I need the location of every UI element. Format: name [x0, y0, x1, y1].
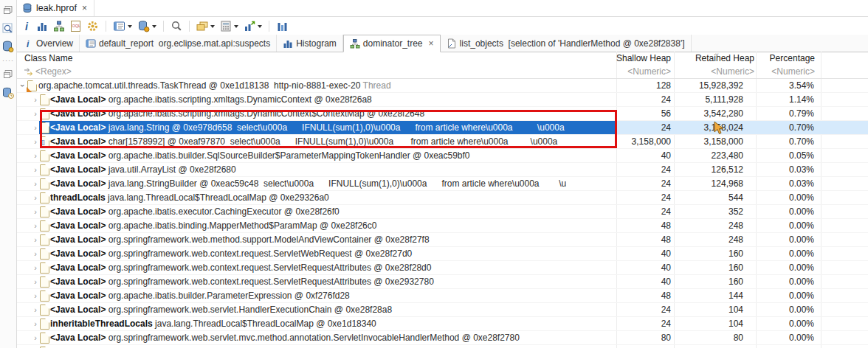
percentage-value: 1.14%: [752, 93, 814, 106]
class-name-cell: <Java Local> java.lang.StringBuilder @ 0…: [50, 177, 616, 190]
column-header-shallow-heap[interactable]: Shallow Heap: [612, 52, 671, 65]
expand-chevron-icon[interactable]: ›: [31, 345, 40, 348]
close-icon[interactable]: ×: [82, 3, 87, 13]
editor-tab-leak-hprof[interactable]: leak.hprof ×: [17, 0, 94, 16]
expand-chevron-icon[interactable]: ›: [31, 135, 40, 148]
class-name: org.apache.ibatis.scripting.xmltags.Dyna…: [106, 108, 424, 119]
table-row[interactable]: › <Java Local> org.apache.ibatis.scripti…: [17, 107, 868, 121]
toolbar-separator: [106, 21, 106, 32]
table-row[interactable]: › <Java Local> org.springframework.web.c…: [17, 261, 868, 275]
table-row[interactable]: › org.apache.tomcat.util.threads.TaskThr…: [17, 79, 868, 93]
table-row[interactable]: › <Java Local> org.springframework.web.s…: [17, 331, 868, 345]
table-row[interactable]: › <Java Local> char[1578992] @ 0xeaf9787…: [17, 135, 868, 149]
table-row[interactable]: › <Java Local> org.springframework.web.c…: [17, 247, 868, 261]
oql-icon[interactable]: OQL: [70, 19, 81, 32]
heap-icon[interactable]: [1, 40, 15, 53]
restore-window-icon[interactable]: [1, 4, 15, 18]
shallow-heap-value: 24: [618, 177, 671, 190]
tab-default-report[interactable]: default_report org.eclipse.mat.api:suspe…: [80, 35, 277, 52]
expand-chevron-icon[interactable]: ›: [31, 247, 40, 260]
export-icon[interactable]: [244, 19, 262, 32]
array-icon: [40, 136, 49, 147]
histogram-icon[interactable]: [36, 19, 48, 32]
expand-chevron-icon[interactable]: ›: [31, 191, 40, 204]
column-header-percentage[interactable]: Percentage: [754, 52, 815, 65]
chevron-down-icon[interactable]: [210, 25, 215, 30]
shallow-heap-value: 24: [618, 93, 671, 106]
shallow-heap-value: 40: [618, 247, 671, 260]
table-row[interactable]: › threadLocals java.lang.ThreadLocal$Thr…: [17, 191, 868, 205]
percentage-filter[interactable]: <Numeric>: [754, 65, 815, 78]
table-row[interactable]: › <Java Local> org.springframework.web.s…: [17, 303, 868, 317]
retained-heap-filter[interactable]: <Numeric>: [674, 65, 754, 78]
calculator-icon[interactable]: [220, 19, 238, 32]
tab-list-objects[interactable]: list_objects [selection of 'HandlerMetho…: [441, 35, 692, 52]
class-name: org.apache.ibatis.builder.SqlSourceBuild…: [106, 150, 469, 161]
dominator-tree-icon[interactable]: [53, 19, 65, 32]
info-icon[interactable]: i: [24, 19, 31, 32]
chevron-down-icon[interactable]: [258, 25, 262, 30]
table-row[interactable]: › <Java Local> org.springframework.web.m…: [17, 233, 868, 247]
restore-window-icon[interactable]: [1, 69, 15, 82]
expand-chevron-icon[interactable]: ›: [31, 331, 40, 344]
expand-chevron-icon[interactable]: ›: [31, 205, 40, 218]
table-header: Class Name Shallow Heap ˅ Retained Heap …: [17, 52, 868, 65]
retained-heap-value: 80: [678, 331, 743, 344]
run-expert-report-icon[interactable]: [113, 19, 132, 32]
expand-chevron-icon[interactable]: ›: [31, 149, 40, 162]
percentage-value: 0.00%: [752, 205, 814, 218]
table-row[interactable]: › <Java Local> org.springframework.web.c…: [17, 275, 868, 289]
chevron-down-icon[interactable]: [152, 25, 156, 30]
retained-heap-value: 3,158,000: [678, 135, 743, 148]
shallow-heap-value: 3,158,000: [618, 135, 671, 148]
reference-name: <Java Local>: [50, 290, 106, 301]
percentage-value: 0.79%: [752, 107, 814, 120]
table-row[interactable]: › inheritedAccessControlContext java.sec…: [17, 345, 868, 348]
table-row[interactable]: › <Java Local> java.util.ArrayList @ 0xe…: [17, 163, 868, 177]
expand-chevron-icon[interactable]: ›: [31, 177, 40, 190]
tab-dominator-tree[interactable]: dominator_tree ×: [343, 35, 441, 52]
chevron-down-icon[interactable]: [128, 25, 132, 30]
table-row[interactable]: › <Java Local> org.apache.ibatis.builder…: [17, 149, 868, 163]
table-row[interactable]: › <Java Local> org.apache.ibatis.scripti…: [17, 93, 868, 107]
expand-chevron-icon[interactable]: ›: [31, 163, 40, 176]
expand-chevron-icon[interactable]: ›: [31, 261, 40, 274]
close-icon[interactable]: ×: [429, 38, 434, 49]
result-tabbar: i Overview default_report org.eclipse.ma…: [17, 35, 868, 52]
expand-chevron-icon[interactable]: ›: [31, 275, 40, 288]
table-row[interactable]: › inheritableThreadLocals java.lang.Thre…: [17, 317, 868, 331]
chevron-down-icon[interactable]: [234, 25, 238, 30]
expand-chevron-icon[interactable]: ›: [31, 121, 40, 134]
mat-window: ···· leak.hprof × i OQL: [0, 0, 868, 348]
inspector-icon[interactable]: [1, 22, 15, 35]
compare-icon[interactable]: [276, 19, 288, 32]
retained-heap-value: 248: [678, 219, 743, 232]
expand-chevron-icon[interactable]: ›: [31, 303, 40, 316]
class-name-filter[interactable]: <Regex>: [35, 65, 72, 78]
group-by-icon[interactable]: [196, 19, 215, 32]
table-row[interactable]: › <Java Local> org.apache.ibatis.executo…: [17, 205, 868, 219]
table-row[interactable]: › <Java Local> org.apache.ibatis.binding…: [17, 219, 868, 233]
tab-histogram[interactable]: Histogram: [277, 35, 343, 52]
expand-chevron-icon[interactable]: ›: [31, 107, 40, 120]
reference-name: <Java Local>: [50, 108, 106, 119]
table-row[interactable]: › <Java Local> java.lang.StringBuilder @…: [17, 177, 868, 191]
object-icon: [40, 304, 49, 316]
percentage-value: 3.54%: [752, 79, 814, 92]
settings-gear-icon[interactable]: [86, 19, 99, 32]
column-header-class-name[interactable]: Class Name: [24, 52, 72, 65]
expand-chevron-icon[interactable]: ›: [31, 233, 40, 246]
expand-chevron-icon[interactable]: ›: [31, 289, 40, 302]
heap-history-icon[interactable]: [1, 86, 15, 100]
search-icon[interactable]: [170, 19, 182, 32]
tab-overview[interactable]: i Overview: [17, 35, 80, 52]
class-name: org.apache.ibatis.binding.MapperMethod$P…: [106, 220, 376, 231]
expand-chevron-icon[interactable]: ›: [31, 93, 40, 106]
shallow-heap-filter[interactable]: <Numeric>: [612, 65, 671, 78]
column-header-retained-heap[interactable]: Retained Heap: [674, 52, 754, 65]
expand-chevron-icon[interactable]: ›: [31, 219, 40, 232]
table-row[interactable]: › <Java Local> org.apache.ibatis.builder…: [17, 289, 868, 303]
table-row[interactable]: › <Java Local> java.lang.String @ 0xe978…: [17, 121, 868, 135]
acquire-heap-dump-icon[interactable]: [137, 19, 156, 32]
expand-chevron-icon[interactable]: ›: [31, 317, 40, 330]
